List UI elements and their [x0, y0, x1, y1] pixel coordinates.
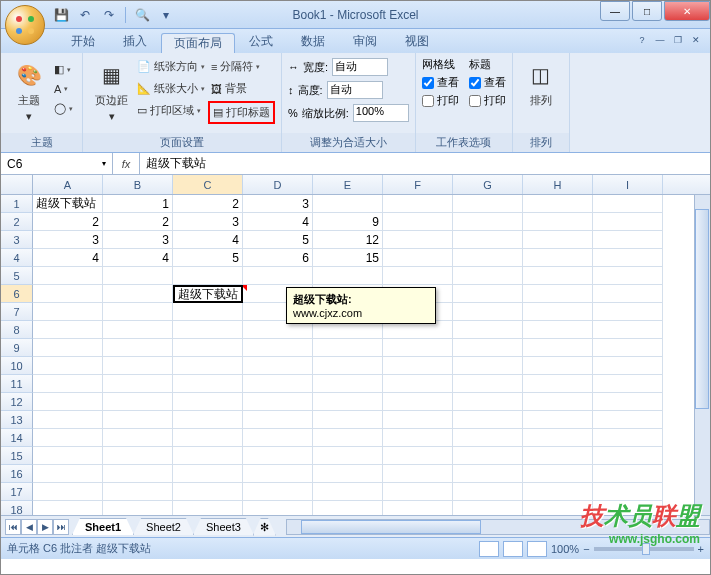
cell[interactable] [173, 411, 243, 429]
zoom-slider[interactable] [594, 547, 694, 551]
margins-button[interactable]: ▦ 页边距 ▾ [89, 57, 134, 125]
cell[interactable] [103, 303, 173, 321]
cell[interactable] [33, 465, 103, 483]
cell[interactable] [33, 501, 103, 515]
cell[interactable] [383, 393, 453, 411]
cell[interactable] [453, 393, 523, 411]
cell[interactable] [523, 447, 593, 465]
maximize-button[interactable]: □ [632, 1, 662, 21]
cell[interactable] [453, 483, 523, 501]
cell[interactable]: 2 [33, 213, 103, 231]
cell[interactable] [243, 393, 313, 411]
gridlines-view-checkbox[interactable] [422, 77, 434, 89]
cell[interactable] [173, 303, 243, 321]
cell[interactable] [383, 267, 453, 285]
cell[interactable] [243, 429, 313, 447]
col-header[interactable]: A [33, 175, 103, 194]
print-preview-icon[interactable]: 🔍 [132, 5, 152, 25]
doc-close-icon[interactable]: ✕ [688, 32, 704, 48]
row-header[interactable]: 2 [1, 213, 33, 231]
cell[interactable] [243, 375, 313, 393]
cell[interactable] [173, 393, 243, 411]
cell[interactable] [313, 195, 383, 213]
cell[interactable] [523, 231, 593, 249]
cell[interactable] [313, 357, 383, 375]
zoom-in-button[interactable]: + [698, 543, 704, 555]
vertical-scrollbar[interactable] [694, 195, 710, 535]
zoom-thumb[interactable] [642, 543, 650, 555]
cell[interactable] [453, 213, 523, 231]
tab-view[interactable]: 视图 [391, 30, 443, 53]
cell[interactable] [103, 429, 173, 447]
cell[interactable] [173, 375, 243, 393]
tab-formulas[interactable]: 公式 [235, 30, 287, 53]
cell[interactable] [173, 267, 243, 285]
cell[interactable] [33, 393, 103, 411]
tab-home[interactable]: 开始 [57, 30, 109, 53]
cell[interactable] [173, 501, 243, 515]
cell[interactable] [453, 357, 523, 375]
headings-print-checkbox[interactable] [469, 95, 481, 107]
scale-spinner[interactable]: 100% [353, 104, 409, 122]
cell[interactable] [243, 465, 313, 483]
size-button[interactable]: 📐纸张大小▾ [134, 79, 208, 98]
col-header[interactable]: F [383, 175, 453, 194]
horizontal-scrollbar[interactable] [286, 519, 710, 535]
cell[interactable] [313, 465, 383, 483]
row-header[interactable]: 10 [1, 357, 33, 375]
hscroll-thumb[interactable] [301, 520, 481, 534]
cell[interactable] [383, 447, 453, 465]
new-sheet-button[interactable]: ✻ [253, 518, 276, 536]
cell[interactable] [383, 231, 453, 249]
cell[interactable]: 3 [103, 231, 173, 249]
cell[interactable] [103, 465, 173, 483]
row-header[interactable]: 13 [1, 411, 33, 429]
save-icon[interactable]: 💾 [51, 5, 71, 25]
formula-input[interactable]: 超级下载站 [140, 153, 710, 174]
cell[interactable] [523, 339, 593, 357]
cell[interactable] [383, 195, 453, 213]
sheet-tab[interactable]: Sheet3 [193, 518, 254, 535]
cell[interactable] [103, 393, 173, 411]
height-combo[interactable]: 自动 [327, 81, 383, 99]
cell[interactable] [523, 285, 593, 303]
cell[interactable] [593, 339, 663, 357]
cell[interactable] [383, 411, 453, 429]
cell[interactable] [523, 465, 593, 483]
cell[interactable] [33, 411, 103, 429]
cell[interactable] [593, 501, 663, 515]
cell[interactable] [453, 429, 523, 447]
cell[interactable] [523, 249, 593, 267]
cell[interactable] [593, 195, 663, 213]
namebox-dropdown-icon[interactable]: ▾ [102, 159, 106, 168]
row-header[interactable]: 9 [1, 339, 33, 357]
cell[interactable]: 9 [313, 213, 383, 231]
cell[interactable] [313, 447, 383, 465]
cell[interactable] [593, 267, 663, 285]
cell[interactable] [33, 285, 103, 303]
cell[interactable] [313, 375, 383, 393]
cell[interactable] [453, 285, 523, 303]
cell[interactable] [453, 339, 523, 357]
cell[interactable] [593, 285, 663, 303]
cell[interactable] [313, 267, 383, 285]
cell[interactable] [313, 411, 383, 429]
cell[interactable] [173, 483, 243, 501]
cell[interactable]: 3 [243, 195, 313, 213]
cell[interactable] [243, 483, 313, 501]
orientation-button[interactable]: 📄纸张方向▾ [134, 57, 208, 76]
cell[interactable] [173, 447, 243, 465]
cell[interactable] [593, 447, 663, 465]
cell[interactable] [33, 447, 103, 465]
cell[interactable] [453, 411, 523, 429]
cell[interactable] [453, 267, 523, 285]
cell[interactable] [453, 195, 523, 213]
cell[interactable] [313, 429, 383, 447]
doc-minimize-icon[interactable]: — [652, 32, 668, 48]
office-button[interactable] [5, 5, 45, 45]
cell[interactable] [593, 429, 663, 447]
cell[interactable] [243, 411, 313, 429]
cell[interactable] [383, 213, 453, 231]
cell[interactable] [103, 447, 173, 465]
cell[interactable] [243, 501, 313, 515]
